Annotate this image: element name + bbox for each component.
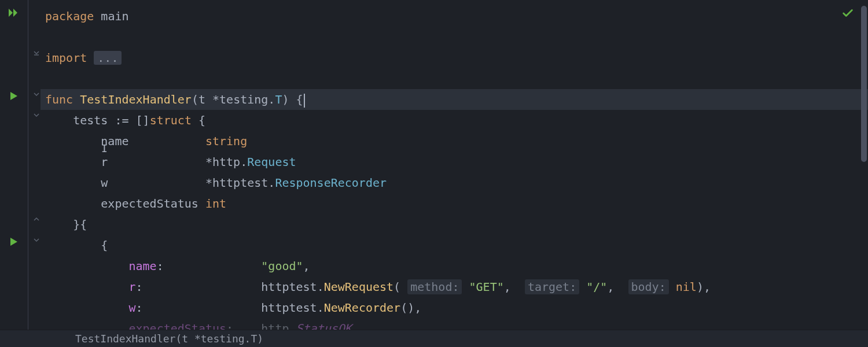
type: T <box>275 93 282 106</box>
type: int <box>205 197 226 211</box>
type: ResponseRecorder <box>275 176 387 190</box>
code-line[interactable]: w *httptest.ResponseRecorder <box>41 172 868 193</box>
run-test-icon[interactable] <box>8 90 20 102</box>
indent-guide <box>28 0 28 347</box>
brace: { <box>296 93 303 106</box>
method: NewRecorder <box>324 301 400 315</box>
string: "GET" <box>469 280 504 294</box>
punct: ( <box>393 280 400 294</box>
code-line[interactable]: import ... <box>41 47 868 68</box>
code-line[interactable]: w: httptest.NewRecorder(), <box>41 297 868 318</box>
op: * <box>205 155 212 169</box>
punct: (), <box>400 301 421 315</box>
string: "good" <box>261 259 303 273</box>
field: name <box>129 259 157 273</box>
fold-toggle-icon[interactable] <box>32 215 41 223</box>
scrollbar-thumb[interactable] <box>861 6 867 162</box>
op: := <box>115 113 128 127</box>
punct: : <box>136 280 143 294</box>
run-all-icon[interactable] <box>8 7 20 19</box>
string: "/" <box>586 280 607 294</box>
code-editor[interactable]: I package main import ... func TestIndex… <box>0 0 868 347</box>
gutter <box>0 0 41 347</box>
param-hint: method: <box>407 279 462 294</box>
fold-toggle-icon[interactable] <box>32 90 41 98</box>
pkg: httptest <box>212 176 268 190</box>
code-line[interactable]: name string <box>41 131 868 152</box>
param: t <box>198 93 205 106</box>
punct: : <box>157 259 164 273</box>
type: Request <box>247 155 296 169</box>
pkg: http <box>212 155 240 169</box>
field: expectedStatus <box>101 197 198 211</box>
field: w <box>129 301 136 315</box>
method: NewRequest <box>324 280 393 294</box>
code-line[interactable]: r: httptest.NewRequest( method: "GET", t… <box>41 276 868 297</box>
caret <box>304 94 305 108</box>
identifier: main <box>101 9 128 23</box>
code-line[interactable]: { <box>41 235 868 256</box>
punct: ), <box>697 280 711 294</box>
fold-marker[interactable]: ... <box>94 51 122 65</box>
func-name: TestIndexHandler <box>80 93 192 106</box>
punct: , <box>607 280 614 294</box>
punct: . <box>317 301 324 315</box>
ident: tests <box>73 113 108 127</box>
code-line[interactable]: package main <box>41 6 868 27</box>
punct: ( <box>192 93 198 106</box>
punct: : <box>136 301 143 315</box>
param-hint: target: <box>525 279 579 294</box>
field: r <box>101 155 108 169</box>
code-line[interactable] <box>41 68 868 89</box>
pkg: testing <box>219 93 268 106</box>
punct: . <box>268 93 275 106</box>
text-cursor-icon: I <box>101 142 108 154</box>
punct: . <box>317 280 324 294</box>
fold-toggle-icon[interactable] <box>32 49 41 57</box>
brace: { <box>101 238 108 252</box>
brace: { <box>198 113 205 127</box>
keyword: func <box>45 93 73 106</box>
param-hint: body: <box>628 279 669 294</box>
fold-column <box>34 0 41 347</box>
breadcrumb[interactable]: TestIndexHandler(t *testing.T) <box>0 330 868 347</box>
inspection-ok-icon[interactable] <box>841 7 854 23</box>
code-line[interactable]: tests := []struct { <box>41 110 868 131</box>
field: r <box>129 280 136 294</box>
code-line[interactable]: name: "good", <box>41 256 868 276</box>
breadcrumb-text: TestIndexHandler(t *testing.T) <box>75 333 263 345</box>
fold-toggle-icon[interactable] <box>32 236 41 244</box>
op: * <box>205 176 212 190</box>
pkg: httptest <box>261 280 317 294</box>
keyword: package <box>45 9 94 23</box>
op: * <box>212 93 219 106</box>
code-area[interactable]: I package main import ... func TestIndex… <box>41 0 868 347</box>
keyword: import <box>45 51 87 65</box>
const: nil <box>676 280 697 294</box>
code-line[interactable]: expectedStatus int <box>41 193 868 214</box>
code-line[interactable]: r *http.Request <box>41 152 868 172</box>
punct: }{ <box>73 217 87 231</box>
punct: ) <box>282 93 289 106</box>
keyword: struct <box>150 113 192 127</box>
punct: , <box>303 259 310 273</box>
punct: . <box>240 155 247 169</box>
code-line[interactable]: }{ <box>41 214 868 235</box>
code-line-current[interactable]: func TestIndexHandler(t *testing.T) { <box>41 89 868 110</box>
pkg: httptest <box>261 301 317 315</box>
type: string <box>205 134 247 148</box>
field: w <box>101 176 108 190</box>
punct: , <box>504 280 511 294</box>
fold-toggle-icon[interactable] <box>32 111 41 119</box>
punct: . <box>268 176 275 190</box>
run-case-icon[interactable] <box>8 236 20 248</box>
code-line[interactable] <box>41 27 868 47</box>
punct: [] <box>136 113 150 127</box>
